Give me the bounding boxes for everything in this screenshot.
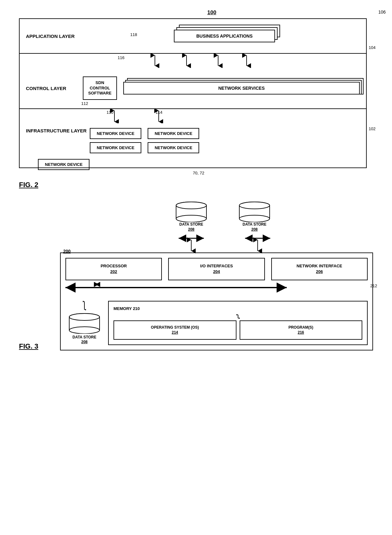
- cylinder-svg-1: [175, 202, 207, 222]
- control-layer-label: CONTROL LAYER: [26, 86, 77, 91]
- box-200: 200 PROCESSOR 202 I/O INTERFACES 204 NET…: [60, 252, 373, 350]
- ds1-label: DATA STORE: [179, 222, 203, 227]
- fig2-main-ref: 100: [207, 9, 216, 15]
- fig3-figure-label: FIG. 3: [19, 342, 60, 350]
- os-box: OPERATING SYSTEM (OS) 214: [113, 320, 236, 340]
- comp-to-bus-arrows: [65, 293, 368, 298]
- ds2-ref: 208: [251, 227, 258, 232]
- fig3-wrapper: FIG. 3 DATA STORE: [19, 202, 373, 357]
- ref-114: 114: [156, 110, 162, 115]
- datastore-label-1: DATA STORE 208: [179, 222, 203, 232]
- network-services-label: NETWORK SERVICES: [218, 86, 265, 91]
- memory-inner: OPERATING SYSTEM (OS) 214 PROGRAM(S) 216: [113, 320, 362, 340]
- ref-112: 112: [81, 101, 88, 106]
- ds-bottom-ref: 208: [81, 340, 88, 344]
- infra-layer-label: INFRASTRUCTURE LAYER: [26, 128, 87, 133]
- app-layer-label: APPLICATION LAYER: [26, 33, 77, 39]
- cylinder-svg-2: [239, 202, 270, 222]
- ref-7072: 70, 72: [193, 171, 204, 175]
- svg-point-22: [239, 215, 270, 222]
- network-interface-label: NETWORK INTERFACE: [297, 264, 342, 268]
- io-interfaces-box: I/O INTERFACES 204: [168, 258, 265, 280]
- fig2-label-text: FIG. 2: [19, 181, 38, 189]
- svg-point-45: [69, 327, 100, 334]
- fig3-left: FIG. 3: [19, 202, 60, 357]
- os-ref: 214: [172, 330, 178, 335]
- datastore-label-2: DATA STORE 208: [242, 222, 266, 232]
- ref-116: 116: [118, 55, 125, 60]
- infra-net-device-left: NETWORK DEVICE: [38, 159, 89, 170]
- ref-212: 212: [370, 283, 377, 288]
- fig3-main: DATA STORE 208 DATA STORE: [60, 202, 373, 357]
- net-device-2: NETWORK DEVICE: [148, 128, 199, 139]
- datastore-top-1: DATA STORE 208: [175, 202, 207, 232]
- io-interfaces-ref: 204: [213, 269, 220, 274]
- memory-label-text: MEMORY 210: [113, 306, 140, 311]
- ref-102: 102: [369, 126, 376, 131]
- fig2-title-area: 100 106: [51, 9, 373, 16]
- sdn-box: SDNCONTROLSOFTWARE: [83, 76, 117, 100]
- ds-bottom-arrow: [83, 301, 86, 312]
- datastore-top-2: DATA STORE 208: [239, 202, 270, 232]
- programs-ref: 216: [298, 330, 304, 335]
- processor-label: PROCESSOR: [101, 264, 127, 268]
- ref-200: 200: [63, 249, 70, 254]
- net-device-left-label: NETWORK DEVICE: [38, 159, 89, 170]
- business-apps-box: BUSINESS APPLICATIONS: [174, 30, 275, 42]
- ds2-label: DATA STORE: [242, 222, 266, 227]
- arrows-116-svg: [130, 54, 256, 68]
- network-interface-box: NETWORK INTERFACE 206: [271, 258, 368, 280]
- control-layer-content: 112 SDNCONTROLSOFTWARE NETWORK SERVICES: [83, 76, 360, 100]
- processor-box: PROCESSOR 202: [65, 258, 162, 280]
- datastore-bottom-col: DATA STORE 208: [65, 301, 103, 345]
- ds1-ref: 208: [188, 227, 194, 232]
- fig3-label-text: FIG. 3: [19, 342, 38, 350]
- programs-box: PROGRAM(S) 216: [240, 320, 363, 340]
- net-device-4: NETWORK DEVICE: [148, 142, 199, 153]
- business-apps-stack: BUSINESS APPLICATIONS: [174, 30, 275, 42]
- ref-104: 104: [369, 45, 376, 50]
- infra-bottom-row: NETWORK DEVICE NETWORK DEVICE: [90, 142, 360, 153]
- sdn-label: SDNCONTROLSOFTWARE: [88, 80, 112, 96]
- top-datastores: DATA STORE 208 DATA STORE: [60, 202, 373, 232]
- arrows-116-section: 116: [20, 54, 366, 68]
- svg-point-23: [239, 202, 270, 209]
- fig2-ref-106: 106: [378, 9, 386, 15]
- svg-point-17: [176, 202, 206, 209]
- mem-arrow-svg: [236, 314, 240, 319]
- memory-box: MEMORY 210: [108, 301, 368, 345]
- app-layer-content: 118 BUSINESS APPLICATIONS: [77, 30, 360, 42]
- memory-arrow: [113, 314, 362, 319]
- bus-section: 212: [65, 282, 368, 293]
- fig2-diagram: 100 106 APPLICATION LAYER 118 BUSINESS A…: [19, 9, 373, 189]
- ds-bottom-label: DATA STORE 208: [72, 335, 96, 345]
- infra-top-row: NETWORK DEVICE NETWORK DEVICE: [90, 128, 360, 139]
- bus-svg: [65, 282, 368, 293]
- infra-header: INFRASTRUCTURE LAYER NETWORK DEVICE NETW…: [26, 128, 360, 153]
- app-layer: APPLICATION LAYER 118 BUSINESS APPLICATI…: [20, 19, 366, 54]
- ds-bottom-text: DATA STORE: [72, 335, 96, 339]
- ref-110: 110: [107, 110, 113, 115]
- ds-bottom-arrow-svg: [83, 301, 86, 310]
- infra-right: NETWORK DEVICE NETWORK DEVICE NETWORK DE…: [90, 128, 360, 153]
- ref-118: 118: [130, 32, 137, 37]
- network-services-stack: NETWORK SERVICES: [123, 82, 360, 94]
- network-interface-ref: 206: [316, 269, 323, 274]
- programs-label: PROGRAM(S): [288, 325, 313, 330]
- layers-wrapper: APPLICATION LAYER 118 BUSINESS APPLICATI…: [19, 18, 367, 168]
- memory-label: MEMORY 210: [113, 306, 362, 311]
- box-200-bottom: DATA STORE 208 MEMORY 210: [65, 301, 368, 345]
- business-apps-label: BUSINESS APPLICATIONS: [196, 33, 253, 39]
- arrows-from-ds: [60, 234, 373, 252]
- arrows-110-114: 110 114: [20, 109, 366, 123]
- processor-ref: 202: [110, 269, 117, 274]
- svg-point-16: [176, 215, 206, 222]
- svg-point-46: [69, 313, 100, 320]
- net-device-1: NETWORK DEVICE: [90, 128, 141, 139]
- io-interfaces-label: I/O INTERFACES: [200, 264, 233, 268]
- network-services-box: NETWORK SERVICES: [123, 82, 360, 94]
- os-label: OPERATING SYSTEM (OS): [151, 325, 199, 330]
- cylinder-svg-bottom: [69, 313, 100, 334]
- box-200-inner: PROCESSOR 202 I/O INTERFACES 204 NETWORK…: [65, 258, 368, 280]
- ds-arrows-svg: [144, 234, 302, 252]
